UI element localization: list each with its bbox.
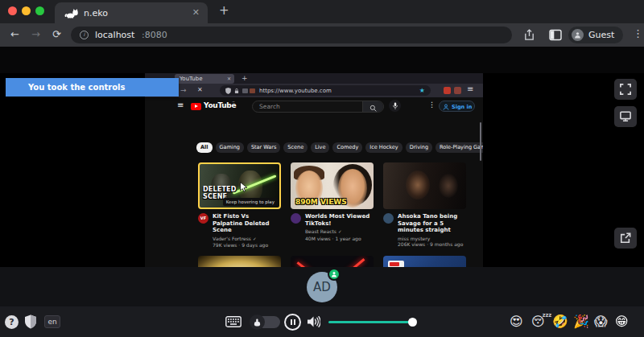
emote-picker-button[interactable]: 😁 [615, 315, 629, 328]
chip-gaming[interactable]: Gaming [216, 142, 244, 153]
browser-address-bar: ← → ⟳ i localhost :8080 Guest ⋮ [0, 23, 644, 47]
channel-name[interactable]: miss mystery [398, 236, 465, 242]
browser-menu-icon[interactable]: ⋮ [633, 27, 643, 39]
new-tab-button[interactable]: + [219, 3, 229, 18]
chip-live[interactable]: Live [311, 142, 329, 153]
chip-all[interactable]: All [196, 142, 213, 153]
video-stats: 79K views · 9 days ago [213, 242, 280, 249]
remote-scrollbar[interactable] [480, 122, 481, 161]
pause-bar [291, 319, 292, 325]
extension-icon[interactable] [454, 87, 461, 94]
chip-role-playing-games[interactable]: Role-Playing Games [436, 142, 483, 153]
channel-name-text: Beast Reacts [305, 228, 336, 234]
channel-name[interactable]: Vader's Fortress✓ [213, 236, 280, 243]
youtube-signin-button[interactable]: Sign in [439, 101, 475, 112]
back-button[interactable]: ← [10, 28, 19, 40]
ublock-extension-icon[interactable] [444, 87, 451, 94]
microphone-icon [392, 102, 398, 110]
channel-name[interactable]: Beast Reacts✓ [305, 228, 373, 236]
emote-scream[interactable]: 😱 [594, 315, 608, 328]
remote-screen-video[interactable]: YouTube ✕ + → ✕ https://www.youtube.com … [145, 73, 483, 267]
chip-star-wars[interactable]: Star Wars [247, 142, 280, 153]
play-triangle-icon [195, 105, 198, 108]
profile-button[interactable]: Guest [568, 27, 623, 43]
youtube-search-box[interactable] [252, 101, 384, 113]
open-external-button[interactable] [614, 228, 637, 249]
emote-party[interactable]: 🎉 [573, 315, 589, 328]
video-meta: Worlds Most Viewed TikToks! Beast Reacts… [291, 213, 374, 241]
video-title[interactable]: Worlds Most Viewed TikToks! [305, 213, 373, 227]
site-info-icon[interactable]: i [80, 31, 89, 39]
youtube-search-input[interactable] [259, 102, 356, 111]
volume-speaker-icon[interactable] [307, 315, 320, 328]
youtube-logo-icon[interactable] [191, 103, 201, 110]
video-thumbnail[interactable]: 890M VIEWS [291, 162, 374, 209]
remote-tab-close-icon[interactable]: ✕ [227, 76, 231, 81]
channel-avatar[interactable]: VF [198, 213, 208, 224]
video-title[interactable]: Ahsoka Tano being Savage for a 5 minutes… [398, 213, 465, 234]
monitor-icon [620, 111, 631, 122]
channel-name-text: miss mystery [398, 236, 430, 241]
url-host: localhost [95, 30, 134, 40]
video-thumbnail[interactable] [291, 256, 374, 267]
remote-stop-icon[interactable]: ✕ [197, 86, 203, 93]
forward-button[interactable]: → [31, 28, 40, 40]
news-logo-shape [388, 261, 404, 267]
protection-shield-icon[interactable] [24, 314, 37, 329]
youtube-options-icon[interactable]: ⋮ [428, 101, 436, 109]
chip-comedy[interactable]: Comedy [332, 142, 362, 153]
remote-new-tab-button[interactable]: + [242, 74, 248, 82]
window-minimize-button[interactable] [22, 6, 31, 15]
remote-url-text: https://www.youtube.com [259, 88, 332, 94]
pause-button[interactable] [284, 314, 301, 331]
channel-avatar[interactable] [291, 213, 301, 224]
video-thumbnail[interactable] [198, 256, 281, 267]
sidebar-toggle-icon[interactable] [549, 29, 562, 41]
keyboard-icon[interactable] [225, 316, 242, 327]
fullscreen-icon [620, 84, 631, 95]
control-request-toggle[interactable] [251, 316, 280, 328]
chip-ice-hockey[interactable]: Ice Hockey [365, 142, 402, 153]
video-thumbnail[interactable] [383, 162, 466, 209]
video-thumbnail[interactable]: DELETED SCENE Keep hovering to play [198, 162, 281, 209]
video-thumbnail[interactable] [383, 256, 466, 267]
volume-slider-knob[interactable] [408, 318, 417, 327]
browser-tab[interactable]: n.eko ✕ [55, 2, 208, 23]
tab-close-icon[interactable]: ✕ [192, 7, 200, 18]
volume-slider-track[interactable] [328, 321, 416, 323]
channel-avatar[interactable] [383, 213, 394, 224]
remote-forward-icon[interactable]: → [180, 86, 187, 94]
window-close-button[interactable] [8, 6, 17, 15]
extension-badge-icon [250, 88, 255, 93]
toggle-knob[interactable] [250, 314, 265, 330]
language-selector[interactable]: en [44, 315, 60, 328]
channel-name-text: Vader's Fortress [213, 236, 251, 241]
browser-tab-strip: n.eko ✕ + [0, 0, 644, 23]
bookmark-star-icon[interactable]: ★ [419, 87, 425, 94]
search-submit-button[interactable] [362, 101, 383, 112]
emote-rofl[interactable]: 🤣 [552, 315, 568, 328]
url-omnibox[interactable]: i localhost :8080 [71, 27, 512, 43]
remote-firefox-toolbar[interactable]: → ✕ https://www.youtube.com ★ ≡ [145, 84, 483, 97]
voice-search-button[interactable] [389, 100, 401, 112]
remote-firefox-tab[interactable]: YouTube ✕ [175, 74, 234, 84]
remote-firefox-tabbar[interactable]: YouTube ✕ + [145, 73, 483, 84]
screen-resolution-button[interactable] [614, 106, 637, 127]
share-icon[interactable] [523, 29, 535, 41]
video-title[interactable]: Kit Fisto Vs Palpatine Deleted Scene [213, 213, 280, 234]
remote-firefox-menu-icon[interactable]: ≡ [467, 84, 473, 93]
reload-button[interactable]: ⟳ [52, 28, 61, 40]
fullscreen-button[interactable] [614, 79, 637, 100]
chip-driving[interactable]: Driving [406, 142, 432, 153]
youtube-guide-icon[interactable]: ≡ [177, 101, 184, 109]
thumbnail-figure [406, 171, 430, 199]
window-zoom-button[interactable] [35, 6, 44, 15]
video-meta: VF Kit Fisto Vs Palpatine Deleted Scene … [198, 213, 281, 249]
https-lock-icon [234, 88, 239, 94]
chip-scene[interactable]: Scene [283, 142, 308, 153]
emote-sleeping[interactable]: 😴 [531, 315, 552, 328]
help-button[interactable]: ? [5, 315, 19, 329]
emote-heart-eyes[interactable]: 😍 [510, 315, 523, 328]
remote-url-bar[interactable]: https://www.youtube.com ★ [220, 85, 431, 96]
youtube-page[interactable]: ≡ YouTube ™ ⋮ [145, 97, 483, 267]
